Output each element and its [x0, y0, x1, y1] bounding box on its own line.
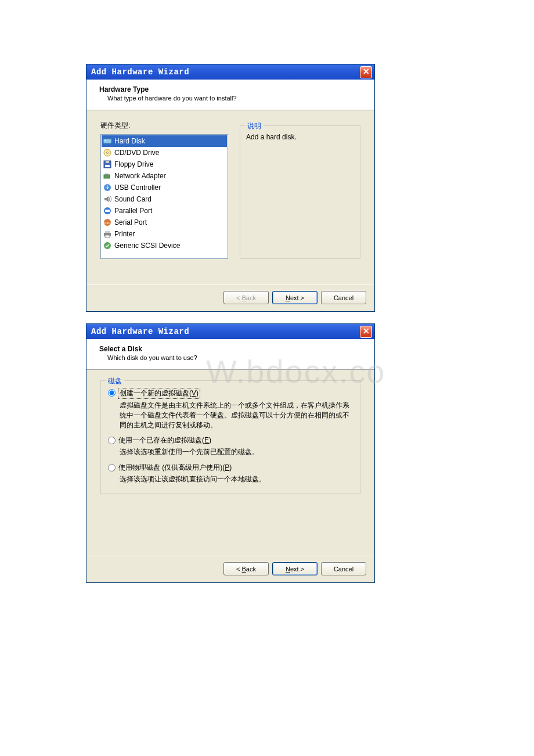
hardware-type-label: 硬件类型:: [100, 121, 228, 131]
floppy-icon: [103, 160, 112, 169]
radio-use-existing[interactable]: [108, 437, 116, 444]
close-button[interactable]: ✕: [360, 326, 372, 338]
header-panel: Hardware Type What type of hardware do y…: [86, 80, 374, 110]
add-hardware-wizard-2: Add Hardware Wizard ✕ Select a Disk Whic…: [86, 323, 375, 583]
hw-item-usb[interactable]: USB Controller: [102, 182, 227, 193]
disk-group: 磁盘 创建一个新的虚拟磁盘(V) 虚拟磁盘文件是由主机文件系统上的一个或多个文件…: [100, 380, 360, 494]
svg-rect-5: [106, 161, 109, 163]
hw-item-parallel[interactable]: Parallel Port: [102, 205, 227, 217]
svg-rect-11: [105, 210, 110, 212]
radio-use-physical[interactable]: [108, 464, 116, 471]
next-button[interactable]: Next >: [272, 562, 317, 575]
hw-item-scsi[interactable]: Generic SCSI Device: [102, 240, 227, 251]
header-subtitle: What type of hardware do you want to ins…: [107, 95, 366, 102]
usb-icon: [103, 183, 112, 192]
body-panel: 磁盘 创建一个新的虚拟磁盘(V) 虚拟磁盘文件是由主机文件系统上的一个或多个文件…: [86, 370, 374, 556]
sound-icon: [103, 195, 112, 204]
radio-use-physical-desc: 选择该选项让该虚拟机直接访问一个本地磁盘。: [120, 474, 353, 484]
svg-point-3: [107, 152, 109, 154]
scsi-icon: [103, 241, 112, 250]
button-row: < Back Next > Cancel: [86, 556, 374, 582]
hw-item-label: Generic SCSI Device: [114, 240, 180, 251]
cancel-button[interactable]: Cancel: [321, 291, 366, 304]
description-text: Add a hard disk.: [246, 133, 354, 141]
svg-rect-15: [105, 231, 110, 233]
description-legend: 说明: [245, 121, 264, 131]
hw-item-printer[interactable]: Printer: [102, 228, 227, 240]
hw-item-label: Printer: [114, 229, 135, 239]
svg-text:010: 010: [104, 221, 111, 225]
hw-item-label: Parallel Port: [114, 206, 152, 216]
printer-icon: [103, 229, 112, 239]
window-title: Add Hardware Wizard: [91, 327, 189, 336]
button-row: < Back Next > Cancel: [86, 285, 374, 311]
hw-item-label: Network Adapter: [114, 171, 166, 181]
titlebar[interactable]: Add Hardware Wizard ✕: [86, 64, 374, 80]
add-hardware-wizard-1: Add Hardware Wizard ✕ Hardware Type What…: [86, 64, 375, 312]
radio-create-new[interactable]: [108, 389, 116, 397]
svg-rect-16: [105, 235, 110, 237]
hw-item-hard-disk[interactable]: Hard Disk: [102, 135, 227, 147]
hw-item-floppy[interactable]: Floppy Drive: [102, 159, 227, 170]
titlebar[interactable]: Add Hardware Wizard ✕: [86, 324, 374, 339]
radio-use-physical-label[interactable]: 使用物理磁盘 (仅供高级用户使用)(P): [118, 463, 232, 473]
hw-item-label: Hard Disk: [114, 136, 145, 146]
hardware-list[interactable]: Hard Disk CD/DVD Drive Floppy Drive Netw…: [100, 134, 228, 259]
parallel-port-icon: [103, 206, 112, 215]
radio-create-new-desc: 虚拟磁盘文件是由主机文件系统上的一个或多个文件组成，在客户机操作系统中一个磁盘文…: [120, 401, 353, 430]
hw-item-cd-dvd[interactable]: CD/DVD Drive: [102, 147, 227, 159]
header-title: Select a Disk: [99, 345, 366, 353]
hw-item-label: Serial Port: [114, 217, 147, 228]
serial-port-icon: 010: [103, 218, 112, 227]
header-title: Hardware Type: [99, 85, 366, 93]
hw-item-sound[interactable]: Sound Card: [102, 193, 227, 205]
hw-item-network[interactable]: Network Adapter: [102, 170, 227, 182]
cancel-button[interactable]: Cancel: [321, 562, 366, 575]
hw-item-label: Floppy Drive: [114, 159, 153, 170]
next-button[interactable]: Next >: [272, 291, 317, 304]
header-subtitle: Which disk do you want to use?: [107, 354, 366, 361]
cd-icon: [103, 148, 112, 157]
hw-item-serial[interactable]: 010 Serial Port: [102, 217, 227, 228]
radio-use-existing-desc: 选择该选项重新使用一个先前已配置的磁盘。: [120, 447, 353, 457]
hard-disk-icon: [103, 136, 112, 146]
hw-item-label: Sound Card: [114, 194, 151, 204]
svg-rect-7: [104, 175, 110, 178]
svg-rect-8: [105, 174, 109, 175]
header-panel: Select a Disk Which disk do you want to …: [86, 339, 374, 370]
radio-use-existing-label[interactable]: 使用一个已存在的虚拟磁盘(E): [118, 435, 212, 445]
disk-legend: 磁盘: [106, 376, 124, 386]
window-title: Add Hardware Wizard: [91, 67, 189, 77]
body-panel: 硬件类型: Hard Disk CD/DVD Drive Floppy Driv…: [86, 110, 374, 285]
back-button[interactable]: < Back: [223, 562, 269, 575]
svg-rect-6: [105, 165, 110, 167]
svg-rect-1: [104, 140, 106, 141]
back-button[interactable]: < Back: [223, 291, 269, 304]
description-group: 说明 Add a hard disk.: [240, 125, 360, 259]
hw-item-label: USB Controller: [114, 182, 161, 193]
svg-rect-0: [103, 139, 111, 143]
network-icon: [103, 171, 112, 181]
radio-create-new-label[interactable]: 创建一个新的虚拟磁盘(V): [118, 388, 200, 399]
hw-item-label: CD/DVD Drive: [114, 147, 159, 158]
close-button[interactable]: ✕: [360, 66, 372, 78]
